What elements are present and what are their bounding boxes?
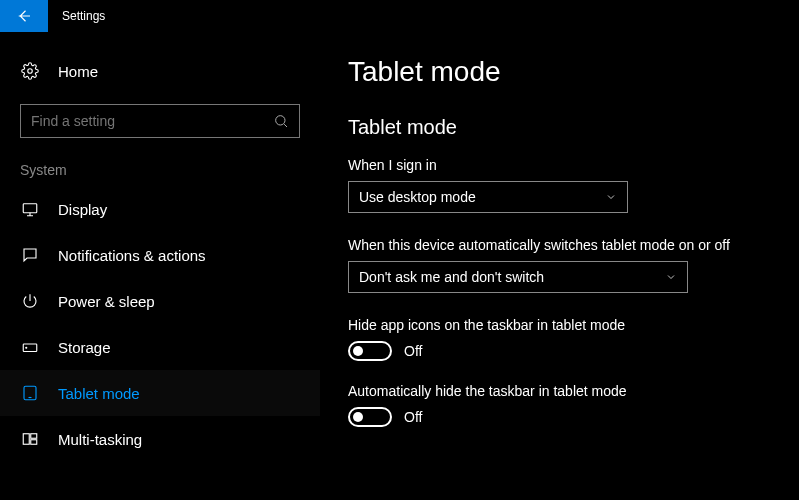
sidebar-item-label: Storage: [58, 339, 111, 356]
autoswitch-select[interactable]: Don't ask me and don't switch: [348, 261, 688, 293]
page-title: Tablet mode: [348, 56, 769, 88]
sidebar-item-display[interactable]: Display: [0, 186, 320, 232]
autoswitch-select-value: Don't ask me and don't switch: [359, 269, 544, 285]
search-box[interactable]: [20, 104, 300, 138]
chevron-down-icon: [665, 271, 677, 283]
search-icon: [273, 113, 289, 129]
hide-icons-toggle[interactable]: [348, 341, 392, 361]
hide-icons-state: Off: [404, 343, 422, 359]
search-input[interactable]: [31, 113, 273, 129]
sidebar-item-label: Power & sleep: [58, 293, 155, 310]
sidebar-item-storage[interactable]: Storage: [0, 324, 320, 370]
sidebar-item-power[interactable]: Power & sleep: [0, 278, 320, 324]
svg-point-1: [276, 116, 285, 125]
back-button[interactable]: [0, 0, 48, 32]
svg-rect-8: [31, 440, 37, 445]
titlebar: Settings: [0, 0, 799, 32]
message-icon: [20, 246, 40, 264]
sidebar-item-label: Display: [58, 201, 107, 218]
chevron-down-icon: [605, 191, 617, 203]
home-label: Home: [58, 63, 98, 80]
hide-taskbar-state: Off: [404, 409, 422, 425]
svg-point-4: [26, 347, 27, 348]
svg-point-0: [28, 69, 33, 74]
drive-icon: [20, 338, 40, 356]
multitask-icon: [20, 430, 40, 448]
tablet-icon: [20, 384, 40, 402]
sidebar-item-notifications[interactable]: Notifications & actions: [0, 232, 320, 278]
sidebar-item-label: Multi-tasking: [58, 431, 142, 448]
hide-icons-label: Hide app icons on the taskbar in tablet …: [348, 317, 769, 333]
gear-icon: [20, 62, 40, 80]
sidebar-item-label: Tablet mode: [58, 385, 140, 402]
section-subheading: Tablet mode: [348, 116, 769, 139]
sidebar-section-header: System: [0, 162, 320, 186]
monitor-icon: [20, 200, 40, 218]
sidebar-item-tablet-mode[interactable]: Tablet mode: [0, 370, 320, 416]
sidebar-item-multitasking[interactable]: Multi-tasking: [0, 416, 320, 462]
sidebar: Home System Display Notifications & acti…: [0, 32, 320, 500]
power-icon: [20, 292, 40, 310]
arrow-left-icon: [15, 7, 33, 25]
autoswitch-label: When this device automatically switches …: [348, 237, 769, 253]
hide-taskbar-toggle[interactable]: [348, 407, 392, 427]
svg-rect-7: [31, 434, 37, 439]
svg-rect-6: [23, 434, 29, 445]
sidebar-item-label: Notifications & actions: [58, 247, 206, 264]
signin-select-value: Use desktop mode: [359, 189, 476, 205]
svg-rect-2: [23, 204, 37, 213]
main-panel: Tablet mode Tablet mode When I sign in U…: [320, 32, 799, 500]
signin-select[interactable]: Use desktop mode: [348, 181, 628, 213]
home-button[interactable]: Home: [0, 56, 320, 86]
signin-label: When I sign in: [348, 157, 769, 173]
window-title: Settings: [48, 9, 105, 23]
hide-taskbar-label: Automatically hide the taskbar in tablet…: [348, 383, 769, 399]
